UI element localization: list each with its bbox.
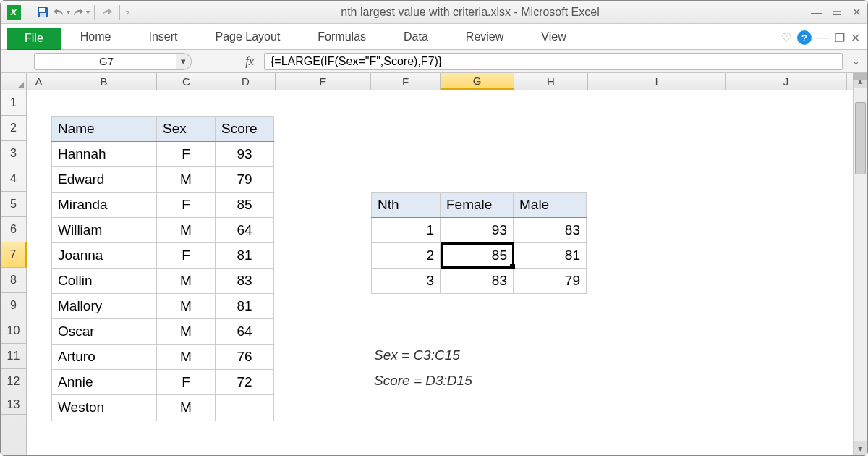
cell-name[interactable]: Mallory	[52, 294, 157, 319]
table-row[interactable]: WestonM	[52, 395, 274, 421]
table-row[interactable]: MirandaF85	[52, 193, 274, 218]
help-icon[interactable]: ?	[797, 30, 812, 45]
cell-nth[interactable]: 1	[372, 218, 441, 243]
cell-female[interactable]: 85	[441, 243, 514, 269]
row-6[interactable]: 6	[1, 217, 26, 242]
row-2[interactable]: 2	[1, 116, 26, 141]
cell-name[interactable]: Joanna	[52, 243, 157, 269]
cell-sex[interactable]: F	[157, 243, 216, 269]
col-F[interactable]: F	[371, 73, 441, 90]
tab-page-layout[interactable]: Page Layout	[196, 25, 299, 49]
close-icon[interactable]: ✕	[852, 6, 861, 19]
cell-name[interactable]: Edward	[52, 167, 157, 193]
doc-close-icon[interactable]: ✕	[851, 31, 860, 45]
maximize-icon[interactable]: ▭	[832, 6, 842, 19]
col-G[interactable]: G	[441, 73, 514, 90]
tab-insert[interactable]: Insert	[129, 25, 196, 49]
save-icon[interactable]	[35, 4, 51, 20]
table-row[interactable]: 19383	[372, 218, 587, 243]
vertical-scrollbar[interactable]: ▴ ▾	[853, 73, 867, 455]
cell-sex[interactable]: M	[157, 345, 216, 370]
cell-sex[interactable]: M	[157, 269, 216, 294]
row-7[interactable]: 7	[1, 242, 27, 268]
cell-female[interactable]: 83	[441, 269, 514, 294]
cell-sex[interactable]: F	[157, 370, 216, 395]
tab-view[interactable]: View	[522, 25, 584, 49]
cell-sex[interactable]: F	[157, 142, 216, 167]
cell-score[interactable]: 79	[216, 167, 274, 193]
scroll-down-icon[interactable]: ▾	[854, 441, 867, 455]
minimize-icon[interactable]: ―	[811, 6, 822, 19]
table-row[interactable]: ArturoM76	[52, 345, 274, 370]
hdr-name[interactable]: Name	[52, 117, 157, 142]
tab-formulas[interactable]: Formulas	[299, 25, 385, 49]
tab-home[interactable]: Home	[61, 25, 130, 49]
table-row[interactable]: HannahF93	[52, 142, 274, 167]
cell-name[interactable]: Oscar	[52, 319, 157, 345]
cell-score[interactable]: 72	[216, 370, 274, 395]
row-11[interactable]: 11	[1, 344, 26, 369]
col-B[interactable]: B	[51, 73, 157, 90]
cell-sex[interactable]: M	[157, 294, 216, 319]
row-9[interactable]: 9	[1, 293, 26, 318]
hdr-sex[interactable]: Sex	[157, 117, 216, 142]
table-row[interactable]: JoannaF81	[52, 243, 274, 269]
cell-name[interactable]: Annie	[52, 370, 157, 395]
col-J[interactable]: J	[726, 73, 847, 90]
redo-icon[interactable]	[70, 4, 86, 20]
row-13[interactable]: 13	[1, 394, 26, 415]
cell-score[interactable]: 76	[216, 345, 274, 370]
table-row[interactable]: OscarM64	[52, 319, 274, 345]
cell-sex[interactable]: M	[157, 218, 216, 243]
doc-restore-icon[interactable]: ❐	[835, 31, 845, 45]
cell-name[interactable]: Weston	[52, 395, 157, 421]
cell-sex[interactable]: M	[157, 395, 216, 421]
cell-name[interactable]: Miranda	[52, 193, 157, 218]
cell-nth[interactable]: 2	[372, 243, 441, 269]
cell-name[interactable]: Hannah	[52, 142, 157, 167]
table-row[interactable]: 38379	[372, 269, 587, 294]
hdr-score[interactable]: Score	[216, 117, 274, 142]
row-3[interactable]: 3	[1, 141, 26, 166]
table-row[interactable]: WilliamM64	[52, 218, 274, 243]
col-E[interactable]: E	[276, 73, 371, 90]
cell-name[interactable]: William	[52, 218, 157, 243]
table-row[interactable]: AnnieF72	[52, 370, 274, 395]
col-A[interactable]: A	[27, 73, 51, 90]
col-H[interactable]: H	[514, 73, 588, 90]
cell-male[interactable]: 79	[514, 269, 587, 294]
cell-score[interactable]: 83	[216, 269, 274, 294]
cell-female[interactable]: 93	[441, 218, 514, 243]
row-8[interactable]: 8	[1, 268, 26, 293]
ribbon-min-chevron-icon[interactable]: ♡	[781, 31, 791, 45]
table-row[interactable]: MalloryM81	[52, 294, 274, 319]
tab-file[interactable]: File	[7, 28, 61, 50]
col-D[interactable]: D	[216, 73, 276, 90]
hdr-male[interactable]: Male	[514, 193, 587, 218]
scroll-thumb[interactable]	[855, 102, 866, 174]
cell-sex[interactable]: M	[157, 319, 216, 345]
col-I[interactable]: I	[588, 73, 726, 90]
cell-sex[interactable]: M	[157, 167, 216, 193]
select-all-corner[interactable]	[1, 73, 27, 90]
cell-score[interactable]	[216, 395, 274, 421]
cell-score[interactable]: 81	[216, 294, 274, 319]
formula-expand-icon[interactable]: ⌄	[848, 56, 863, 67]
cell-male[interactable]: 81	[514, 243, 587, 269]
cell-score[interactable]: 93	[216, 142, 274, 167]
doc-minimize-icon[interactable]: ―	[817, 31, 829, 44]
fx-icon[interactable]: fx	[241, 55, 258, 68]
undo-icon[interactable]	[51, 4, 67, 20]
tab-review[interactable]: Review	[447, 25, 522, 49]
cell-score[interactable]: 85	[216, 193, 274, 218]
row-10[interactable]: 10	[1, 318, 26, 344]
tab-data[interactable]: Data	[385, 25, 447, 49]
row-1[interactable]: 1	[1, 90, 26, 116]
cell-score[interactable]: 81	[216, 243, 274, 269]
redo-alt-icon[interactable]	[99, 4, 115, 20]
cell-male[interactable]: 83	[514, 218, 587, 243]
cell-score[interactable]: 64	[216, 218, 274, 243]
col-C[interactable]: C	[157, 73, 216, 90]
row-4[interactable]: 4	[1, 166, 26, 192]
cell-nth[interactable]: 3	[372, 269, 441, 294]
